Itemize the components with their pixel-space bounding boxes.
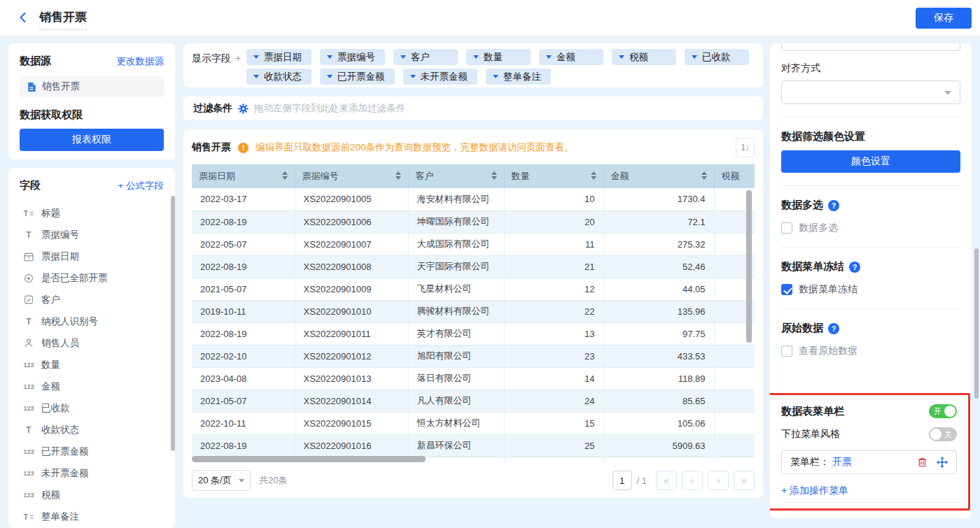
column-header[interactable]: 客户	[408, 164, 504, 188]
menubar-item[interactable]: 菜单栏： 开票	[781, 450, 957, 474]
calendar-icon: 7	[22, 252, 35, 262]
page-scrollbar[interactable]	[974, 248, 979, 399]
column-header[interactable]: 票据编号	[295, 164, 408, 188]
field-item[interactable]: T标题	[20, 202, 164, 224]
table-cell: 21	[504, 255, 603, 278]
svg-text:T: T	[24, 513, 29, 521]
color-settings-button[interactable]: 颜色设置	[781, 150, 960, 173]
person-icon	[22, 338, 35, 348]
caret-down-icon	[619, 55, 624, 59]
fields-scrollbar[interactable]	[171, 196, 175, 451]
display-field-chip[interactable]: 已开票金额	[320, 69, 395, 85]
display-field-chip[interactable]: 整单备注	[486, 69, 551, 85]
number-icon: 123	[22, 362, 35, 369]
checkbox-checked[interactable]	[781, 284, 792, 295]
add-formula-field-link[interactable]: + 公式字段	[118, 180, 164, 192]
menubar-toggle-on[interactable]: 开	[929, 404, 957, 418]
column-header[interactable]: 数量	[504, 164, 603, 188]
display-field-chip[interactable]: 数量	[466, 49, 531, 65]
page-size-select[interactable]: 20 条/页	[192, 470, 251, 491]
field-item[interactable]: 是否已全部开票	[20, 267, 164, 289]
table-cell	[603, 457, 714, 462]
sort-arrows-icon[interactable]	[491, 171, 497, 180]
dropdown-style-toggle-off[interactable]: 关	[929, 427, 957, 441]
align-select[interactable]	[781, 80, 960, 104]
help-icon[interactable]: ?	[828, 323, 839, 334]
caret-down-icon	[400, 55, 406, 59]
column-header[interactable]: 票据日期	[192, 164, 295, 188]
page-number-input[interactable]	[612, 471, 632, 490]
checkbox-unchecked[interactable]	[781, 222, 792, 234]
display-field-chip[interactable]: 已收款	[685, 49, 749, 65]
field-item[interactable]: 7票据日期	[20, 245, 164, 267]
save-button[interactable]: 保存	[916, 8, 972, 29]
checkbox-unchecked[interactable]	[781, 345, 792, 357]
add-display-field-icon[interactable]: +	[235, 52, 241, 64]
next-page-button[interactable]: ›	[708, 471, 729, 490]
table-cell: 2022-03-17	[192, 188, 295, 211]
display-field-chip[interactable]: 收款状态	[246, 69, 312, 85]
last-page-button[interactable]: »	[734, 471, 755, 490]
table-cell: XS20220901012	[295, 345, 408, 367]
column-header[interactable]: 金额	[603, 164, 714, 188]
table-title: 销售开票	[192, 141, 231, 154]
multi-select-checkbox-row[interactable]: 数据多选	[781, 222, 960, 234]
display-field-chip[interactable]: 税额	[612, 49, 676, 65]
column-header[interactable]: 税额	[714, 164, 755, 188]
table-cell: 旭阳有限公司	[408, 345, 504, 367]
prev-page-button[interactable]: ‹	[682, 471, 703, 490]
display-field-chip[interactable]: 票据编号	[320, 49, 385, 65]
field-item[interactable]: T收款状态	[20, 419, 164, 441]
svg-text:T: T	[24, 209, 29, 217]
raw-data-checkbox-row[interactable]: 查看原始数据	[781, 345, 960, 357]
sort-arrows-icon[interactable]	[591, 171, 596, 180]
table-cell: 14	[504, 367, 603, 390]
sort-arrows-icon[interactable]	[282, 171, 288, 180]
table-horizontal-scrollbar[interactable]	[192, 456, 426, 462]
sort-arrows-icon[interactable]	[396, 171, 401, 180]
table-cell: XS20220901010	[295, 300, 408, 322]
field-item[interactable]: 123金额	[20, 376, 164, 397]
number-icon: 123	[22, 470, 35, 477]
gear-icon[interactable]	[238, 104, 248, 114]
back-icon[interactable]	[17, 11, 31, 25]
change-datasource-link[interactable]: 更改数据源	[117, 55, 164, 68]
field-item[interactable]: T纳税人识别号	[20, 311, 164, 332]
display-field-chip[interactable]: 客户	[393, 49, 458, 65]
page-title[interactable]: 销售开票	[39, 9, 87, 30]
field-item[interactable]: 123已开票金额	[20, 441, 164, 462]
help-icon[interactable]: ?	[849, 262, 860, 273]
sort-order-button[interactable]: 1↓	[736, 138, 755, 157]
filter-hint: 拖动左侧字段到此处来添加过滤条件	[254, 102, 405, 115]
field-item[interactable]: 123税额	[20, 484, 164, 506]
field-item[interactable]: 销售人员	[20, 332, 164, 354]
clipped-input[interactable]	[781, 43, 960, 51]
help-icon[interactable]: ?	[828, 200, 839, 211]
field-item[interactable]: 123数量	[20, 354, 164, 376]
first-page-button[interactable]: «	[656, 471, 677, 490]
add-action-menu-link[interactable]: + 添加操作菜单	[781, 485, 848, 497]
report-permission-button[interactable]: 报表权限	[20, 129, 164, 151]
table-row: 2022-03-17XS20220901005海安材料有限公司101730.4	[192, 188, 755, 211]
field-item[interactable]: T整单备注	[20, 506, 164, 527]
table-vertical-scrollbar[interactable]	[746, 190, 752, 343]
display-field-chip[interactable]: 金额	[539, 49, 603, 65]
display-field-chip[interactable]: 票据日期	[246, 49, 312, 65]
field-item[interactable]: 123已收款	[20, 397, 164, 419]
table-row: 2022-08-19XS20220901006坤曜国际有限公司2072.1	[192, 211, 755, 233]
move-icon[interactable]	[937, 457, 948, 468]
table-cell: 10	[504, 188, 603, 211]
preview-warning-text: 编辑界面只取数据源前200条作为查询数据预览，完整数据请访问页面查看。	[255, 141, 574, 154]
table-cell: 2022-08-19	[192, 255, 295, 278]
field-item[interactable]: 123未开票金额	[20, 462, 164, 484]
display-fields-panel: 显示字段+ 票据日期票据编号客户数量金额税额已收款收款状态已开票金额未开票金额整…	[183, 43, 763, 87]
display-field-chip[interactable]: 未开票金额	[403, 69, 478, 85]
warning-icon: !	[238, 143, 248, 153]
trash-icon[interactable]	[917, 457, 927, 468]
datasource-item[interactable]: 销售开票	[20, 76, 164, 97]
field-item[interactable]: T票据编号	[20, 224, 164, 245]
sort-arrows-icon[interactable]	[701, 171, 707, 180]
field-item[interactable]: 客户	[20, 289, 164, 311]
menu-freeze-checkbox-row[interactable]: 数据菜单冻结	[781, 283, 960, 296]
chip-label: 已收款	[702, 51, 731, 64]
